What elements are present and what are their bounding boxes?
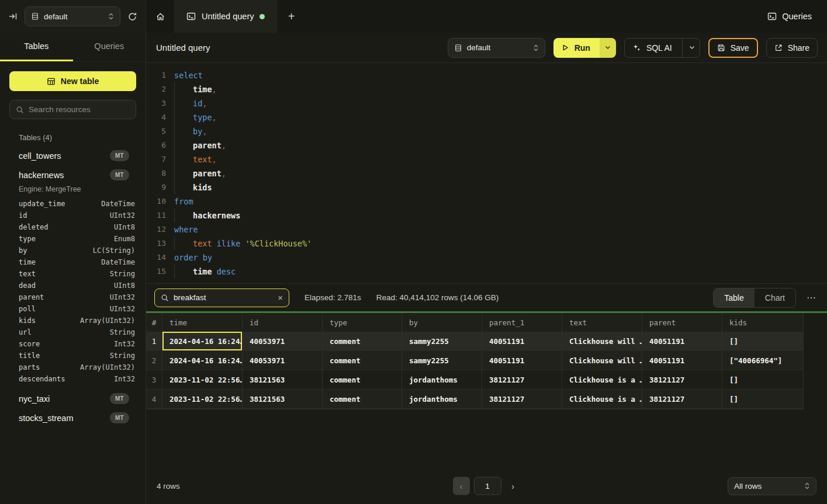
- line-number: 11: [146, 208, 166, 223]
- database-select-top[interactable]: default: [25, 6, 120, 26]
- sidebar-tab-tables[interactable]: Tables: [0, 33, 73, 61]
- column-row[interactable]: titleString: [9, 350, 136, 362]
- table-cell[interactable]: comment: [323, 370, 402, 390]
- table-cell[interactable]: []: [722, 332, 804, 351]
- queries-button[interactable]: Queries: [767, 0, 812, 33]
- column-header-type[interactable]: type: [323, 313, 402, 332]
- table-cell[interactable]: jordanthoms: [402, 370, 482, 390]
- table-cell[interactable]: 38121563: [243, 390, 323, 409]
- column-row[interactable]: scoreInt32: [9, 338, 136, 350]
- chevron-up-down-icon: [108, 13, 114, 20]
- tab-untitled-query[interactable]: Untitled query: [174, 0, 277, 33]
- new-tab-button[interactable]: +: [277, 0, 305, 33]
- column-row[interactable]: urlString: [9, 326, 136, 338]
- column-header-id[interactable]: id: [243, 313, 323, 332]
- column-row[interactable]: timeDateTime: [9, 256, 136, 268]
- table-cell[interactable]: comment: [323, 332, 402, 351]
- table-cell[interactable]: jordanthoms: [402, 390, 482, 409]
- sidebar-tab-queries[interactable]: Queries: [73, 33, 146, 61]
- table-cell[interactable]: 38121563: [243, 370, 323, 390]
- table-cell[interactable]: 40051191: [642, 351, 722, 370]
- sql-token: ,: [222, 138, 226, 152]
- database-select-value: default: [44, 12, 68, 21]
- table-cell[interactable]: comment: [323, 390, 402, 409]
- more-options-icon[interactable]: ⋯: [804, 292, 819, 303]
- table-cell[interactable]: 2023-11-02 22:56…: [162, 370, 243, 390]
- run-button[interactable]: Run: [553, 38, 600, 58]
- line-number: 14: [146, 251, 166, 265]
- save-button[interactable]: Save: [708, 38, 758, 58]
- view-toggle-chart[interactable]: Chart: [755, 289, 795, 307]
- column-header-kids[interactable]: kids: [722, 313, 804, 332]
- table-cell[interactable]: comment: [323, 351, 402, 370]
- column-row[interactable]: byLC(String): [9, 245, 136, 256]
- column-row[interactable]: kidsArray(UInt32): [9, 315, 136, 326]
- sql-editor[interactable]: 1select2time,3id,4type,5by,6parent,7text…: [146, 63, 827, 283]
- collapse-sidebar-icon[interactable]: [8, 12, 18, 21]
- table-cell[interactable]: 40053971: [243, 351, 323, 370]
- sql-ai-button[interactable]: SQL AI: [624, 38, 700, 58]
- table-cell[interactable]: 40053971: [243, 332, 323, 351]
- table-cell[interactable]: 40051191: [642, 332, 722, 351]
- table-cell[interactable]: Clickhouse will …: [562, 351, 642, 370]
- sidebar-table-item-stocks_stream[interactable]: stocks_streamMT: [9, 412, 136, 423]
- share-button[interactable]: Share: [766, 38, 818, 58]
- database-select-query[interactable]: default: [448, 38, 545, 58]
- run-options-button[interactable]: [600, 38, 616, 58]
- table-cell[interactable]: 38121127: [482, 390, 562, 409]
- refresh-icon[interactable]: [127, 12, 137, 22]
- search-resources-input[interactable]: [29, 105, 132, 114]
- table-cell[interactable]: 2024-04-16 16:24…: [162, 351, 243, 370]
- results-search-input[interactable]: [174, 293, 273, 302]
- line-number: 4: [146, 110, 166, 124]
- table-cell[interactable]: []: [722, 390, 804, 409]
- table-cell[interactable]: 40051191: [482, 332, 562, 351]
- table-cell[interactable]: Clickhouse is a …: [562, 370, 642, 390]
- table-cell[interactable]: 38121127: [642, 390, 722, 409]
- column-header-parent_1[interactable]: parent_1: [482, 313, 562, 332]
- current-page[interactable]: 1: [474, 477, 501, 495]
- clear-search-icon[interactable]: ×: [278, 293, 283, 302]
- view-toggle-table[interactable]: Table: [714, 289, 754, 307]
- column-row[interactable]: parentUInt32: [9, 291, 136, 303]
- sidebar-table-item-hackernews[interactable]: hackernewsMT: [9, 169, 136, 180]
- column-row[interactable]: deadUInt8: [9, 280, 136, 291]
- new-table-button[interactable]: New table: [9, 71, 136, 91]
- table-row: 32023-11-02 22:56…38121563commentjordant…: [146, 370, 804, 390]
- table-cell[interactable]: 40051191: [482, 351, 562, 370]
- table-cell[interactable]: ["40066964"]: [722, 351, 804, 370]
- column-name: update_time: [19, 200, 65, 208]
- column-row[interactable]: typeEnum8: [9, 233, 136, 245]
- column-row[interactable]: update_timeDateTime: [9, 198, 136, 210]
- prev-page-button[interactable]: ‹: [453, 477, 470, 495]
- chevron-down-icon[interactable]: [689, 46, 695, 50]
- code-line: 6parent,: [146, 138, 827, 152]
- table-cell[interactable]: Clickhouse will …: [562, 332, 642, 351]
- column-row[interactable]: descendantsInt32: [9, 373, 136, 385]
- table-cell[interactable]: 2023-11-02 22:56…: [162, 390, 243, 409]
- column-header-text[interactable]: text: [562, 313, 642, 332]
- engine-badge: MT: [110, 393, 129, 404]
- column-header-index[interactable]: #: [146, 313, 162, 332]
- table-cell[interactable]: sammy2255: [402, 332, 482, 351]
- next-page-button[interactable]: ›: [506, 477, 521, 495]
- table-cell[interactable]: 38121127: [482, 370, 562, 390]
- sidebar-table-item-nyc_taxi[interactable]: nyc_taxiMT: [9, 393, 136, 404]
- column-row[interactable]: idUInt32: [9, 210, 136, 221]
- column-header-by[interactable]: by: [402, 313, 482, 332]
- column-row[interactable]: pollUInt32: [9, 303, 136, 315]
- column-row[interactable]: deletedUInt8: [9, 221, 136, 233]
- column-header-parent[interactable]: parent: [642, 313, 722, 332]
- line-number: 10: [146, 194, 166, 208]
- table-cell[interactable]: Clickhouse is a …: [562, 390, 642, 409]
- column-row[interactable]: textString: [9, 268, 136, 280]
- page-size-select[interactable]: All rows: [728, 477, 816, 495]
- sidebar-table-item-cell_towers[interactable]: cell_towersMT: [9, 150, 136, 161]
- column-header-time[interactable]: time: [162, 313, 243, 332]
- table-cell[interactable]: 38121127: [642, 370, 722, 390]
- table-cell[interactable]: sammy2255: [402, 351, 482, 370]
- column-row[interactable]: partsArray(UInt32): [9, 362, 136, 373]
- table-cell[interactable]: 2024-04-16 16:24…: [162, 332, 243, 351]
- home-icon[interactable]: [146, 0, 174, 33]
- table-cell[interactable]: []: [722, 370, 804, 390]
